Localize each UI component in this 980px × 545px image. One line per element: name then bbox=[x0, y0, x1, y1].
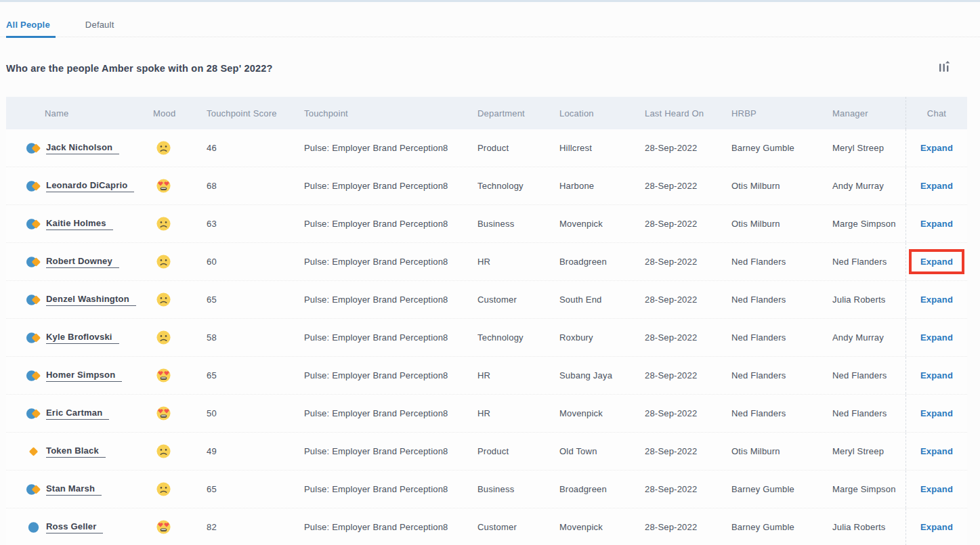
heart-eyes-emoji-icon bbox=[156, 519, 171, 535]
name-cell: Token Black bbox=[6, 433, 153, 470]
expand-link[interactable]: Expand bbox=[920, 484, 953, 494]
touchpoint-cell: Pulse: Employer Brand Perception8 bbox=[304, 281, 477, 318]
last-heard-on-cell: 28-Sep-2022 bbox=[645, 243, 731, 280]
blue-circle-icon bbox=[26, 520, 42, 535]
last-heard-on-cell: 28-Sep-2022 bbox=[645, 319, 731, 356]
name-cell: Robert Downey bbox=[6, 243, 153, 280]
last-heard-on-cell: 28-Sep-2022 bbox=[645, 471, 731, 508]
heart-eyes-emoji-icon bbox=[156, 178, 171, 194]
sad-emoji-icon bbox=[156, 481, 171, 497]
column-header-mood: Mood bbox=[153, 97, 207, 129]
column-header-chat: Chat bbox=[906, 97, 967, 129]
expand-link[interactable]: Expand bbox=[920, 143, 953, 153]
last-heard-on-cell: 28-Sep-2022 bbox=[645, 205, 731, 242]
manager-cell: Marge Simpson bbox=[832, 471, 906, 508]
person-name-link[interactable]: Stan Marsh bbox=[46, 483, 102, 496]
hrbp-cell: Otis Milburn bbox=[731, 205, 832, 242]
tab-default[interactable]: Default bbox=[85, 17, 114, 37]
chat-cell: Expand bbox=[906, 129, 967, 167]
score-cell: 65 bbox=[207, 471, 304, 508]
manager-cell: Ned Flanders bbox=[832, 243, 906, 280]
score-cell: 60 bbox=[207, 243, 304, 280]
expand-link[interactable]: Expand bbox=[920, 522, 953, 532]
department-cell: HR bbox=[477, 243, 559, 280]
chat-cell: Expand bbox=[906, 243, 967, 280]
tab-all-people[interactable]: All People bbox=[6, 17, 56, 38]
chat-cell: Expand bbox=[906, 167, 967, 204]
person-name-link[interactable]: Robert Downey bbox=[46, 256, 119, 268]
chat-cell: Expand bbox=[906, 357, 967, 394]
blue-circle-orange-diamond-icon bbox=[26, 368, 42, 383]
blue-circle-orange-diamond-icon bbox=[26, 141, 42, 156]
table-body: Jack Nicholson46Pulse: Employer Brand Pe… bbox=[6, 129, 967, 545]
person-name-link[interactable]: Kyle Broflovski bbox=[46, 332, 119, 344]
hrbp-cell: Ned Flanders bbox=[731, 243, 832, 280]
manager-cell: Andy Murray bbox=[832, 167, 906, 204]
last-heard-on-cell: 28-Sep-2022 bbox=[645, 395, 731, 432]
person-name-link[interactable]: Kaitie Holmes bbox=[46, 218, 113, 230]
expand-link[interactable]: Expand bbox=[920, 257, 953, 267]
question-text: Who are the people Amber spoke with on 2… bbox=[6, 63, 273, 74]
location-cell: Roxbury bbox=[559, 319, 645, 356]
sad-emoji-icon bbox=[156, 292, 171, 307]
manager-cell: Meryl Streep bbox=[832, 433, 906, 470]
score-cell: 50 bbox=[207, 395, 304, 432]
touchpoint-cell: Pulse: Employer Brand Perception8 bbox=[304, 319, 477, 356]
expand-link[interactable]: Expand bbox=[920, 370, 953, 380]
person-name-link[interactable]: Token Black bbox=[46, 445, 106, 458]
touchpoint-cell: Pulse: Employer Brand Perception8 bbox=[304, 167, 477, 204]
expand-link[interactable]: Expand bbox=[920, 295, 953, 305]
mood-cell bbox=[153, 471, 207, 508]
name-cell: Jack Nicholson bbox=[6, 129, 153, 167]
mood-cell bbox=[153, 395, 207, 432]
person-name-link[interactable]: Ross Geller bbox=[46, 521, 103, 533]
department-cell: Business bbox=[477, 205, 559, 242]
blue-circle-orange-diamond-icon bbox=[26, 330, 42, 345]
expand-link[interactable]: Expand bbox=[920, 446, 953, 456]
column-sort-icon[interactable] bbox=[937, 59, 952, 78]
chat-cell: Expand bbox=[906, 281, 967, 318]
department-cell: Technology bbox=[477, 167, 559, 204]
expand-link[interactable]: Expand bbox=[920, 219, 953, 229]
department-cell: Product bbox=[477, 433, 559, 470]
hrbp-cell: Ned Flanders bbox=[731, 281, 832, 318]
hrbp-cell: Ned Flanders bbox=[731, 395, 832, 432]
table-row: Leonardo DiCaprio68Pulse: Employer Brand… bbox=[6, 167, 967, 205]
heart-eyes-emoji-icon bbox=[156, 406, 171, 421]
chat-cell: Expand bbox=[906, 395, 967, 432]
mood-cell bbox=[153, 243, 207, 280]
hrbp-cell: Ned Flanders bbox=[731, 357, 832, 394]
touchpoint-cell: Pulse: Employer Brand Perception8 bbox=[304, 243, 477, 280]
sad-emoji-icon bbox=[156, 216, 171, 232]
column-header-touchpoint: Touchpoint bbox=[304, 97, 477, 129]
blue-circle-orange-diamond-icon bbox=[26, 482, 42, 497]
person-name-link[interactable]: Eric Cartman bbox=[46, 408, 109, 420]
person-name-link[interactable]: Denzel Washington bbox=[46, 294, 136, 306]
person-name-link[interactable]: Leonardo DiCaprio bbox=[46, 180, 134, 192]
department-cell: Customer bbox=[477, 508, 559, 545]
department-cell: HR bbox=[477, 395, 559, 432]
person-name-link[interactable]: Jack Nicholson bbox=[46, 142, 119, 154]
touchpoint-cell: Pulse: Employer Brand Perception8 bbox=[304, 357, 477, 394]
people-table: NameMoodTouchpoint ScoreTouchpointDepart… bbox=[6, 97, 967, 545]
manager-cell: Julia Roberts bbox=[832, 281, 906, 318]
expand-link[interactable]: Expand bbox=[920, 332, 953, 343]
manager-cell: Marge Simpson bbox=[832, 205, 906, 242]
expand-link[interactable]: Expand bbox=[920, 181, 953, 191]
score-cell: 65 bbox=[207, 281, 304, 318]
location-cell: Movenpick bbox=[559, 508, 645, 545]
mood-cell bbox=[153, 319, 207, 356]
hrbp-cell: Otis Milburn bbox=[731, 433, 832, 470]
expand-link[interactable]: Expand bbox=[920, 408, 953, 418]
table-row: Denzel Washington65Pulse: Employer Brand… bbox=[6, 281, 967, 319]
person-name-link[interactable]: Homer Simpson bbox=[46, 370, 122, 382]
chat-cell: Expand bbox=[906, 471, 967, 508]
last-heard-on-cell: 28-Sep-2022 bbox=[645, 357, 731, 394]
sad-emoji-icon bbox=[156, 254, 171, 269]
mood-cell bbox=[153, 167, 207, 204]
hrbp-cell: Barney Gumble bbox=[731, 129, 832, 167]
manager-cell: Andy Murray bbox=[832, 319, 906, 356]
hrbp-cell: Otis Milburn bbox=[731, 167, 832, 204]
table-row: Ross Geller82Pulse: Employer Brand Perce… bbox=[6, 508, 967, 545]
sad-emoji-icon bbox=[156, 443, 171, 459]
